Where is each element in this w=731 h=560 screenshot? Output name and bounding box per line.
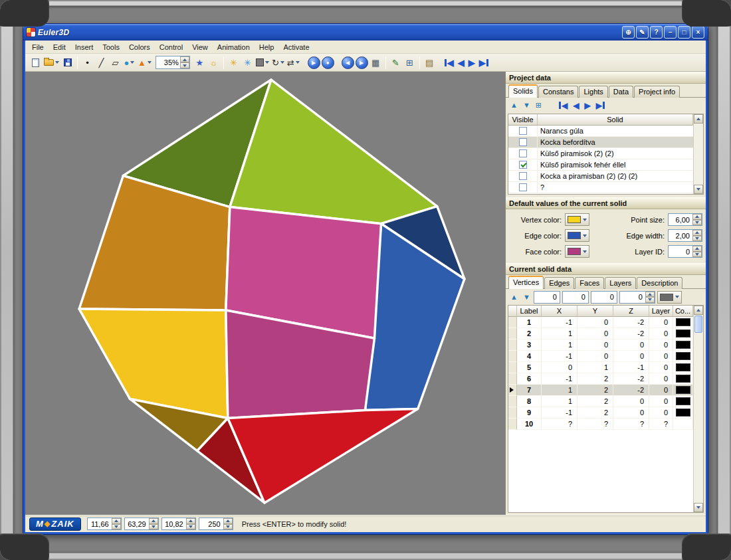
spinner-buttons[interactable] (692, 230, 702, 241)
spinner-buttons[interactable] (112, 518, 121, 529)
first-solid-button[interactable]: ◀ (443, 58, 456, 68)
step-back-button[interactable]: ◀ (342, 56, 354, 69)
vertex-row[interactable]: 712-20 (508, 385, 693, 396)
visible-checkbox[interactable] (519, 161, 527, 169)
animate-mode-button[interactable]: ⇄ (286, 55, 301, 70)
column-header-visible[interactable]: Visible (508, 114, 538, 126)
column-header-z[interactable]: Z (613, 306, 649, 317)
spinner-buttons[interactable] (645, 292, 655, 303)
spin-down-icon[interactable] (645, 297, 655, 303)
new-file-button[interactable] (29, 55, 43, 70)
solid-tool-button[interactable]: ▲ (136, 55, 153, 70)
duplicate-solid-button[interactable]: ▤ (423, 55, 437, 70)
prev-solid-row-button[interactable]: ◀ (572, 101, 580, 110)
visible-checkbox[interactable] (519, 183, 527, 191)
viewport-3d[interactable] (25, 72, 506, 515)
solids-scrollbar[interactable] (693, 114, 703, 194)
spin-down-icon[interactable] (692, 252, 702, 258)
spin-up-icon[interactable] (223, 518, 233, 524)
tab-project-info[interactable]: Project info (634, 86, 680, 98)
status-spinner-2[interactable]: 63,29 (124, 517, 159, 530)
vertex-edit-field-3[interactable]: 0 (591, 291, 617, 304)
tab-lights[interactable]: Lights (579, 86, 607, 98)
spin-up-icon[interactable] (186, 518, 195, 524)
spin-up-icon[interactable] (692, 230, 702, 236)
solid-row[interactable]: Kocka befordítva (508, 137, 693, 148)
close-button[interactable]: × (692, 26, 704, 39)
face-left-yellow[interactable] (79, 309, 228, 418)
vertex-row[interactable]: 4-1000 (508, 351, 693, 362)
spinner-buttons[interactable] (692, 214, 702, 225)
spin-down-icon[interactable] (692, 220, 702, 226)
solid-row[interactable]: Narancs gúla (508, 126, 693, 137)
edit-solid-button[interactable]: ✎ (389, 55, 403, 70)
spin-up-icon[interactable] (692, 246, 702, 252)
spin-up-icon[interactable] (180, 56, 189, 62)
light-button[interactable]: ☼ (207, 55, 221, 70)
tab-description[interactable]: Description (637, 277, 682, 289)
insert-table-button[interactable]: ⊞ (403, 55, 417, 70)
move-vertex-up-button[interactable]: ▲ (509, 293, 519, 302)
first-solid-row-button[interactable]: ◀ (558, 101, 569, 110)
column-header-color[interactable]: Co... (673, 306, 693, 317)
move-vertex-down-button[interactable]: ▼ (522, 293, 532, 302)
vertex-row[interactable]: 6-12-20 (508, 373, 693, 385)
menu-item-view[interactable]: View (187, 42, 213, 52)
column-header-layer[interactable]: Layer (649, 306, 673, 317)
status-spinner-1[interactable]: 11,66 (87, 517, 122, 530)
zoom-window-button[interactable]: ⊕ (622, 26, 635, 39)
solid-row[interactable]: Kocka a piramisban (2) (2) (2) (508, 171, 693, 182)
segment-tool-button[interactable]: ╱ (94, 55, 108, 70)
last-solid-row-button[interactable]: ▶ (595, 101, 606, 110)
spin-up-icon[interactable] (112, 518, 121, 524)
copy-solid-button[interactable]: ⊞ (534, 101, 543, 110)
status-spinner-4[interactable]: 250 (199, 517, 233, 530)
menu-item-insert[interactable]: Insert (70, 42, 98, 52)
solid-row[interactable]: ? (508, 182, 693, 193)
vertex-row[interactable]: 10???? (508, 419, 693, 430)
vertex-row[interactable]: 9-1200 (508, 407, 693, 419)
vertex-row[interactable]: 210-20 (508, 328, 693, 339)
edge-color-dropdown[interactable] (565, 229, 589, 242)
face-color-dropdown[interactable] (565, 245, 589, 258)
vertex-edit-field-2[interactable]: 0 (562, 291, 589, 304)
vertex-edit-spinner[interactable]: 0 (619, 291, 655, 304)
menu-item-file[interactable]: File (27, 42, 49, 52)
render-wire-button[interactable]: ✳ (227, 55, 241, 70)
spinner-buttons[interactable] (186, 518, 195, 529)
spin-down-icon[interactable] (149, 524, 158, 530)
sphere-tool-button[interactable]: ● (122, 55, 136, 70)
column-header-y[interactable]: Y (577, 306, 613, 317)
spin-up-icon[interactable] (149, 518, 158, 524)
spinner-buttons[interactable] (692, 246, 702, 257)
play-button[interactable]: ▶ (308, 56, 320, 69)
tab-vertices[interactable]: Vertices (508, 276, 544, 289)
projection-button[interactable]: ▦ (369, 55, 383, 70)
visible-checkbox[interactable] (519, 172, 527, 180)
menu-item-activate[interactable]: Activate (278, 42, 314, 52)
menu-item-colors[interactable]: Colors (124, 42, 155, 52)
titlebar[interactable]: Euler3D ⊕✎?–□× (23, 24, 708, 41)
column-header-solid[interactable]: Solid (538, 114, 693, 126)
step-forward-button[interactable]: ▶ (356, 56, 368, 69)
next-solid-row-button[interactable]: ▶ (583, 101, 591, 110)
menu-item-animation[interactable]: Animation (213, 42, 255, 52)
star-solid-button[interactable]: ★ (193, 55, 207, 70)
point-tool-button[interactable]: • (80, 55, 94, 70)
layer-id-spinner[interactable]: 0 (668, 245, 702, 258)
vertex-edit-color-dropdown[interactable] (657, 291, 682, 304)
edit-mode-button[interactable]: ✎ (636, 26, 649, 39)
zoom-spinner[interactable] (180, 56, 189, 68)
tab-constans[interactable]: Constans (538, 86, 578, 98)
zoom-level-combo[interactable]: 35% (156, 56, 190, 69)
solid-row[interactable]: Külső piramisok (2) (2) (508, 148, 693, 159)
scroll-up-icon[interactable] (694, 114, 703, 124)
open-file-button[interactable] (43, 55, 60, 70)
vertex-row[interactable]: 1-10-20 (508, 317, 693, 328)
spin-down-icon[interactable] (692, 236, 702, 242)
spin-up-icon[interactable] (645, 292, 655, 298)
edge-width-spinner[interactable]: 2,00 (668, 229, 702, 242)
solid-row[interactable]: Külső piramisok fehér éllel (508, 159, 693, 171)
prev-solid-button[interactable]: ◀ (456, 58, 467, 68)
next-solid-button[interactable]: ▶ (467, 58, 477, 68)
